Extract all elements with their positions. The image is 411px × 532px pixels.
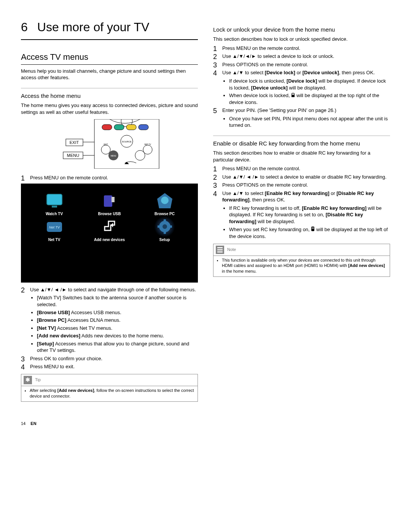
step-text: Use ▲/▼ to select [Device lock] or [Devi…: [222, 70, 375, 75]
svg-rect-49: [313, 228, 314, 229]
step-text: Use ▲/▼/◄/► to select a device to lock o…: [222, 53, 334, 59]
svg-rect-43: [292, 95, 295, 97]
svg-text:MENU: MENU: [67, 153, 79, 158]
nettv-label: Net TV: [48, 237, 61, 243]
chapter-title: Use more of your TV: [37, 20, 150, 34]
bullet: If device lock is unlocked, [Device lock…: [229, 78, 390, 91]
svg-rect-22: [47, 194, 62, 205]
page-lang: EN: [30, 421, 36, 426]
setup-icon: [154, 216, 175, 237]
svg-rect-23: [52, 206, 57, 208]
step-text: Press MENU on the remote control.: [30, 175, 108, 181]
step-text: Use ▲/▼/ ◄ /► to select a device to enab…: [222, 174, 387, 180]
add-new-devices-icon: [99, 216, 120, 237]
svg-rect-46: [313, 227, 314, 228]
step-text: Press MENU on the remote control.: [222, 45, 300, 51]
svg-point-27: [161, 197, 169, 204]
svg-text:NET TV: NET TV: [144, 143, 151, 145]
bullet: [Net TV] Accesses Net TV menus.: [37, 325, 198, 332]
tip-callout: ✱ Tip After selecting [Add new devices],…: [21, 374, 198, 402]
subsection-access-home: Access the home menu: [21, 88, 198, 100]
step-item: 1Press MENU on the remote control.: [21, 174, 198, 181]
browse-pc-icon: [154, 190, 175, 211]
step-item: 3Press OK to confirm your choice.: [21, 355, 198, 362]
bullet: [Browse PC] Accesses DLNA menus.: [37, 317, 198, 324]
step-text: Press OPTIONS on the remote control.: [222, 182, 308, 188]
step-item: 5Enter your PIN. (See 'Setting your PIN'…: [213, 107, 390, 129]
bullet: [Browse USB] Accesses USB menus.: [37, 309, 198, 316]
step-item: 1Press MENU on the remote control.: [213, 45, 390, 52]
step-text: Press MENU on the remote control.: [222, 166, 300, 171]
svg-rect-47: [314, 227, 314, 228]
svg-text:EXIT: EXIT: [104, 143, 108, 145]
subsection-lock-unlock: Lock or unlock your device from the home…: [213, 26, 390, 34]
access-home-desc: The home menu gives you easy access to c…: [21, 102, 198, 115]
step-item: 4 Use ▲/▼ to select [Device lock] or [De…: [213, 69, 390, 105]
svg-rect-5: [139, 125, 148, 130]
section-access-tv-menus: Access TV menus: [21, 51, 198, 65]
step-item: 2Use ▲/▼/◄/► to select a device to lock …: [213, 53, 390, 60]
step-item: 2 Use ▲/▼/ ◄ /► to select and navigate t…: [21, 286, 198, 354]
step-item: 3Press OPTIONS on the remote control.: [213, 61, 390, 68]
svg-rect-24: [104, 195, 112, 207]
svg-point-36: [162, 224, 167, 229]
svg-rect-48: [312, 228, 313, 229]
browse-usb-label: Browse USB: [98, 211, 121, 217]
svg-rect-51: [217, 247, 223, 248]
home-menu-screenshot: Watch TV Browse USB Browse PC Net TV Net…: [21, 184, 198, 283]
remote-icon: [311, 226, 315, 233]
add-new-label: Add new devices: [94, 237, 125, 243]
tip-icon: ✱: [24, 376, 32, 384]
bullet: When device lock is locked, will be disp…: [229, 92, 390, 105]
page-number: 14: [21, 421, 25, 426]
watch-tv-icon: [44, 190, 65, 211]
subsection-rc-forwarding: Enable or disable RC key forwarding from…: [213, 136, 390, 147]
svg-rect-25: [112, 197, 115, 202]
rc-desc: This section describes how to enable or …: [213, 150, 390, 163]
watch-tv-label: Watch TV: [46, 211, 63, 217]
step-text: Use ▲/▼ to select [Enable RC key forward…: [222, 190, 374, 203]
note-callout: Note This function is available only whe…: [213, 244, 390, 277]
step-item: 1Press MENU on the remote control.: [213, 165, 390, 172]
browse-usb-icon: [99, 190, 120, 211]
step-text: Press OPTIONS on the remote control.: [222, 62, 308, 67]
note-text: This function is available only when you…: [222, 257, 387, 275]
bullet: [Setup] Accesses menus that allow you to…: [37, 340, 198, 354]
bullet: If RC key forwarding is set to off, [Ena…: [229, 205, 390, 225]
tip-label: Tip: [35, 377, 41, 383]
svg-rect-45: [312, 227, 313, 228]
svg-rect-3: [114, 125, 124, 130]
svg-text:SOURCE: SOURCE: [122, 141, 132, 143]
svg-rect-39: [158, 225, 160, 228]
step-item: 2Use ▲/▼/ ◄ /► to select a device to ena…: [213, 174, 390, 181]
svg-rect-2: [102, 125, 112, 130]
note-icon: [216, 246, 224, 254]
svg-rect-50: [314, 228, 314, 229]
bullet: [Add new devices] Adds new devices to th…: [37, 332, 198, 339]
tip-text: After selecting [Add new devices], follo…: [30, 388, 194, 399]
step-item: 3Press OPTIONS on the remote control.: [213, 182, 390, 189]
chapter-number: 6: [21, 20, 28, 34]
bullet: [Watch TV] Switches back to the antenna …: [37, 294, 198, 308]
svg-text:MENU: MENU: [110, 155, 116, 157]
step-text: Press MENU to exit.: [30, 364, 75, 369]
note-label: Note: [227, 247, 236, 252]
svg-text:EXIT: EXIT: [69, 140, 79, 145]
svg-rect-40: [170, 225, 172, 228]
nettv-icon: Net TV: [44, 216, 65, 237]
step-item: 4Press MENU to exit.: [21, 363, 198, 370]
intro-text: Menus help you to install channels, chan…: [21, 68, 198, 81]
bullet: Once you have set PIN, PIN input menu do…: [229, 115, 390, 129]
svg-rect-52: [217, 249, 223, 250]
svg-text:Net TV: Net TV: [49, 225, 60, 229]
lock-desc: This section describes how to lock or un…: [213, 36, 390, 43]
remote-control-diagram: SOURCE EXIT MENU NET TV EXIT MENU: [53, 119, 167, 169]
step-text: Press OK to confirm your choice.: [30, 356, 102, 361]
browse-pc-label: Browse PC: [155, 211, 175, 217]
page-footer: 14 EN: [21, 421, 390, 427]
step-text: Use ▲/▼/ ◄ /► to select and navigate thr…: [30, 287, 196, 292]
setup-label: Setup: [159, 237, 170, 243]
svg-rect-4: [126, 125, 136, 130]
svg-rect-53: [217, 251, 223, 252]
lock-icon: [291, 93, 295, 99]
